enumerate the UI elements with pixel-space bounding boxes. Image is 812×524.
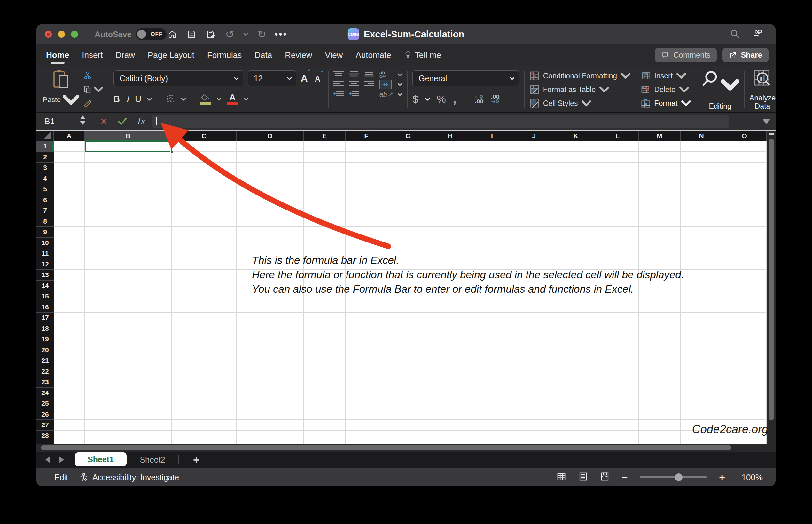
insert-function-icon[interactable]: fx — [134, 113, 148, 130]
column-header-a[interactable]: A — [54, 131, 85, 141]
row-header-28[interactable]: 28 — [36, 430, 54, 441]
align-middle-icon[interactable] — [349, 71, 359, 78]
format-painter-button[interactable] — [83, 98, 103, 109]
row-header-21[interactable]: 21 — [36, 356, 54, 366]
zoom-in-button[interactable]: + — [719, 472, 725, 482]
menu-tab-draw[interactable]: Draw — [115, 45, 135, 66]
currency-format-button[interactable]: $ — [412, 94, 418, 105]
select-all-button[interactable] — [36, 131, 54, 141]
column-header-l[interactable]: L — [597, 131, 639, 141]
decrease-decimal-button[interactable]: .00→0 — [491, 94, 500, 104]
row-header-11[interactable]: 11 — [36, 248, 54, 259]
conditional-formatting-button[interactable]: Conditional Formatting — [530, 69, 630, 82]
italic-button[interactable]: I — [125, 94, 129, 104]
cancel-entry-icon[interactable]: ✕ — [97, 113, 111, 130]
orientation-icon[interactable]: ab↗ — [379, 91, 393, 98]
zoom-window-button[interactable] — [71, 31, 78, 38]
menu-tab-automate[interactable]: Automate — [355, 45, 391, 66]
row-header-1[interactable]: 1 — [36, 141, 54, 152]
format-cells-button[interactable]: Format — [641, 97, 691, 110]
column-header-k[interactable]: K — [555, 131, 597, 141]
row-header-7[interactable]: 7 — [36, 206, 54, 216]
row-header-26[interactable]: 26 — [36, 409, 54, 420]
row-header-14[interactable]: 14 — [36, 281, 54, 291]
undo-chevron-icon[interactable] — [243, 33, 248, 36]
formula-input[interactable] — [152, 115, 729, 128]
row-header-8[interactable]: 8 — [36, 216, 54, 227]
row-header-22[interactable]: 22 — [36, 366, 54, 377]
redo-icon[interactable]: ↻ — [256, 29, 267, 40]
save-as-icon[interactable] — [205, 29, 216, 40]
delete-cells-button[interactable]: Delete — [641, 83, 691, 96]
normal-view-icon[interactable] — [557, 472, 566, 483]
increase-decimal-button[interactable]: ←0.00 — [474, 94, 484, 104]
column-header-g[interactable]: G — [387, 131, 429, 141]
font-name-select[interactable]: Calibri (Body) — [114, 70, 243, 86]
row-header-6[interactable]: 6 — [36, 195, 54, 206]
orientation-chevron-icon[interactable] — [398, 93, 402, 96]
vertical-scrollbar-thumb[interactable] — [769, 139, 774, 420]
save-icon[interactable] — [186, 29, 197, 40]
name-box-stepper[interactable] — [80, 115, 86, 125]
row-header-3[interactable]: 3 — [36, 163, 54, 174]
accessibility-status[interactable]: Accessibility: Investigate — [79, 473, 179, 482]
home-icon[interactable] — [167, 29, 178, 40]
horizontal-scrollbar-thumb[interactable] — [41, 445, 731, 450]
row-header-20[interactable]: 20 — [36, 345, 54, 356]
row-header-27[interactable]: 27 — [36, 420, 54, 430]
column-header-e[interactable]: E — [304, 131, 345, 141]
row-header-15[interactable]: 15 — [36, 291, 54, 302]
search-icon[interactable] — [729, 29, 740, 40]
confirm-entry-icon[interactable] — [115, 113, 130, 130]
zoom-slider[interactable] — [640, 476, 707, 478]
wrap-text-icon[interactable]: abc↵ — [379, 71, 393, 78]
row-header-13[interactable]: 13 — [36, 270, 54, 281]
percent-format-button[interactable]: % — [437, 94, 446, 105]
align-left-icon[interactable] — [334, 81, 344, 88]
vertical-scrollbar[interactable] — [767, 131, 776, 444]
page-layout-view-icon[interactable] — [578, 472, 588, 483]
scrollbar-split-handle[interactable] — [768, 133, 774, 135]
bold-button[interactable]: B — [114, 94, 120, 104]
undo-icon[interactable]: ↺ — [224, 29, 235, 40]
row-header-19[interactable]: 19 — [36, 334, 54, 345]
underline-button[interactable]: U — [135, 94, 141, 104]
analyze-data-button[interactable]: AnalyzeData — [749, 69, 776, 110]
row-header-25[interactable]: 25 — [36, 398, 54, 409]
fill-color-button[interactable] — [200, 94, 211, 104]
format-as-table-button[interactable]: Format as Table — [530, 83, 630, 96]
previous-sheet-icon[interactable] — [46, 456, 50, 463]
row-header-5[interactable]: 5 — [36, 184, 54, 195]
insert-cells-button[interactable]: Insert — [641, 69, 691, 82]
copy-button[interactable] — [83, 84, 103, 95]
row-header-4[interactable]: 4 — [36, 174, 54, 184]
merge-center-icon[interactable]: ↔ — [379, 80, 392, 89]
column-header-f[interactable]: F — [345, 131, 387, 141]
number-format-select[interactable]: General — [412, 70, 519, 86]
column-header-h[interactable]: H — [429, 131, 471, 141]
menu-tab-page-layout[interactable]: Page Layout — [148, 45, 194, 66]
column-header-m[interactable]: M — [639, 131, 681, 141]
align-bottom-icon[interactable] — [364, 71, 374, 78]
row-header-29[interactable]: 29 — [36, 441, 54, 444]
column-header-j[interactable]: J — [513, 131, 555, 141]
row-header-16[interactable]: 16 — [36, 302, 54, 313]
comments-button[interactable]: Comments — [655, 48, 717, 62]
zoom-slider-thumb[interactable] — [675, 473, 682, 481]
row-header-17[interactable]: 17 — [36, 313, 54, 324]
row-header-23[interactable]: 23 — [36, 377, 54, 388]
next-sheet-icon[interactable] — [59, 456, 64, 463]
more-commands-icon[interactable]: ••• — [275, 29, 286, 40]
row-header-24[interactable]: 24 — [36, 388, 54, 398]
column-header-i[interactable]: I — [471, 131, 513, 141]
page-break-view-icon[interactable] — [600, 472, 610, 483]
borders-button[interactable] — [166, 94, 175, 104]
column-header-c[interactable]: C — [172, 131, 237, 141]
align-center-icon[interactable] — [349, 81, 359, 88]
stepper-up-icon[interactable] — [80, 115, 86, 119]
currency-chevron-icon[interactable] — [425, 98, 430, 101]
font-size-select[interactable]: 12 — [248, 70, 297, 86]
autosave-toggle[interactable]: OFF — [136, 29, 167, 40]
align-right-icon[interactable] — [364, 81, 374, 88]
grow-font-button[interactable]: Aˆ — [301, 73, 310, 84]
